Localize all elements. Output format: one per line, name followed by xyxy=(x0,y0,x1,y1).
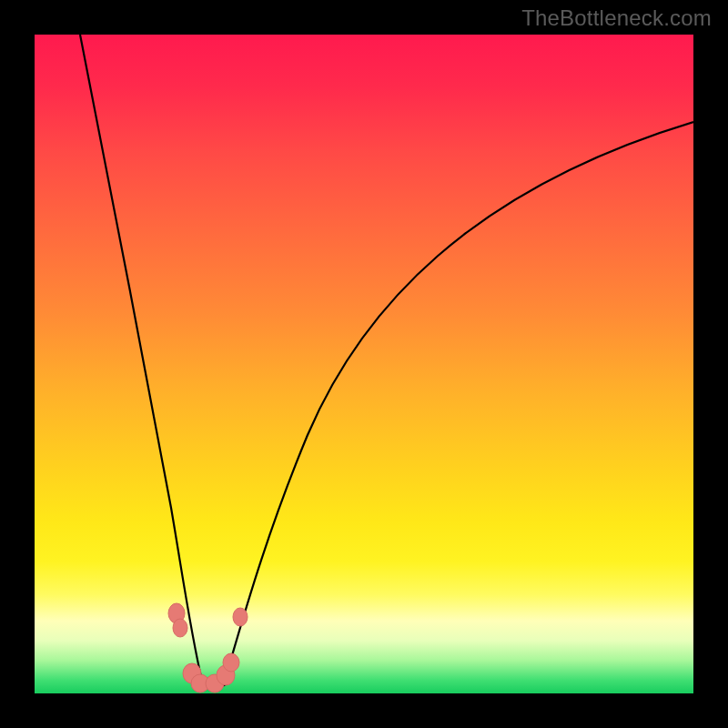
svg-point-1 xyxy=(173,619,187,637)
curve-right xyxy=(224,122,693,683)
curve-layer xyxy=(35,35,693,693)
watermark-text: TheBottleneck.com xyxy=(521,5,712,31)
chart-frame: TheBottleneck.com xyxy=(0,0,728,728)
svg-point-7 xyxy=(233,608,248,626)
plot-area xyxy=(35,35,693,693)
marker-group xyxy=(168,603,248,693)
curve-left xyxy=(80,35,202,681)
svg-point-6 xyxy=(223,653,239,672)
